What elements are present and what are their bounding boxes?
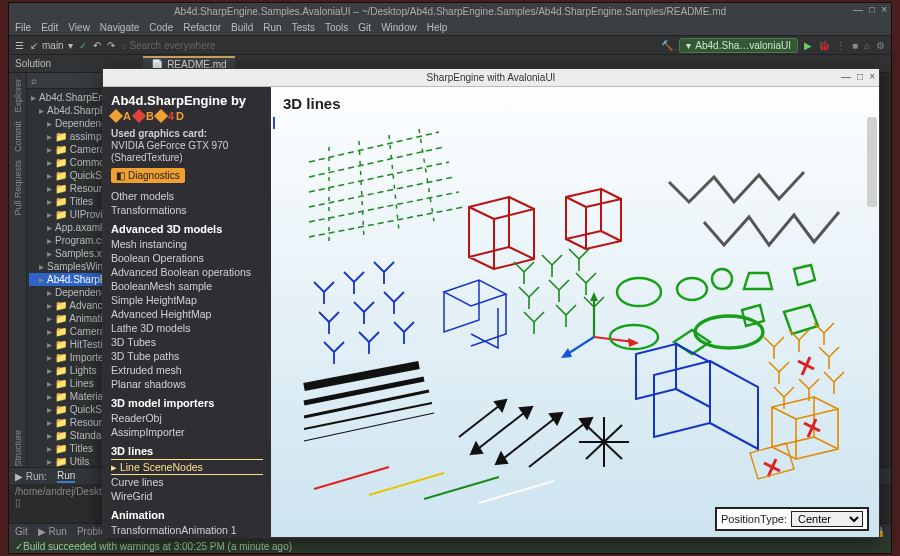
run-icon[interactable]: ▶ — [804, 40, 812, 51]
nav-item[interactable]: AssimpImporter — [111, 425, 263, 439]
svg-line-31 — [304, 391, 429, 417]
gpu-label: Used graphics card: — [111, 128, 207, 139]
menu-tests[interactable]: Tests — [292, 22, 315, 33]
nav-item[interactable]: Other models — [111, 189, 263, 203]
sync-icon[interactable]: ✓ — [79, 40, 87, 51]
gear-icon[interactable]: ⚙ — [876, 40, 885, 51]
menu-git[interactable]: Git — [358, 22, 371, 33]
more-icon[interactable]: ⋮ — [836, 40, 846, 51]
svg-marker-41 — [496, 453, 507, 464]
check-icon: ✓ — [15, 541, 23, 552]
svg-marker-35 — [495, 400, 506, 411]
svg-line-15 — [594, 337, 634, 342]
menu-help[interactable]: Help — [427, 22, 448, 33]
status-run[interactable]: ▶ Run — [38, 526, 67, 537]
engine-title: Ab4d.SharpEngine by — [111, 93, 263, 108]
viewport-scrollbar[interactable] — [867, 117, 877, 207]
nav-item[interactable]: Extruded mesh — [111, 363, 263, 377]
search-icon[interactable]: ⌕ — [864, 40, 870, 51]
build-message-bar: ✓ Build succeeded with warnings at 3:00:… — [9, 539, 891, 553]
nav-item[interactable]: BooleanMesh sample — [111, 279, 263, 293]
sample-window: SharpEngine with AvaloniaUI — □ × Ab4d.S… — [102, 68, 880, 538]
menu-code[interactable]: Code — [149, 22, 173, 33]
ide-title-text: Ab4d.SharpEngine.Samples.AvaloniaUI – ~/… — [174, 6, 726, 17]
maximize-icon[interactable]: □ — [869, 4, 875, 15]
nav-item[interactable]: Mesh instancing — [111, 237, 263, 251]
svg-marker-26 — [742, 305, 764, 326]
debug-icon[interactable]: 🐞 — [818, 40, 830, 51]
svg-line-57 — [424, 477, 499, 499]
nav-item[interactable]: ReaderObj — [111, 411, 263, 425]
nav-item[interactable]: 3D Tubes — [111, 335, 263, 349]
svg-point-24 — [712, 269, 732, 289]
child-maximize-icon[interactable]: □ — [857, 71, 863, 82]
status-git[interactable]: Git — [15, 526, 28, 537]
close-icon[interactable]: × — [881, 4, 887, 15]
menu-tools[interactable]: Tools — [325, 22, 348, 33]
child-minimize-icon[interactable]: — — [841, 71, 851, 82]
position-type-select[interactable]: Center — [791, 511, 863, 527]
svg-marker-25 — [744, 273, 772, 289]
gpu-value: NVIDIA GeForce GTX 970 (SharedTexture) — [111, 140, 228, 163]
gutter-structure[interactable]: Structure — [13, 430, 23, 467]
nav-item[interactable]: 3D Tube paths — [111, 349, 263, 363]
svg-line-42 — [529, 420, 589, 467]
hamburger-icon[interactable]: ☰ — [15, 40, 24, 51]
svg-line-4 — [309, 192, 459, 222]
undo-icon[interactable]: ↶ — [93, 40, 101, 51]
nav-section: Animation — [111, 509, 263, 521]
svg-line-56 — [369, 473, 444, 495]
svg-line-39 — [499, 415, 559, 462]
gutter-pull-requests[interactable]: Pull Requests — [13, 160, 23, 216]
stop-icon[interactable]: ■ — [852, 40, 858, 51]
svg-marker-40 — [550, 413, 562, 424]
diagnostics-button[interactable]: ◧ Diagnostics — [111, 168, 185, 183]
svg-line-55 — [314, 467, 389, 489]
git-branch[interactable]: ↙ main ▾ — [30, 40, 73, 51]
nav-item[interactable]: WireGrid — [111, 489, 263, 503]
nav-item[interactable]: Transformations — [111, 203, 263, 217]
nav-item[interactable]: Curve lines — [111, 475, 263, 489]
menu-view[interactable]: View — [68, 22, 90, 33]
nav-item[interactable]: Simple HeightMap — [111, 293, 263, 307]
position-type-label: PositionType: — [721, 513, 787, 525]
nav-item[interactable]: Boolean Operations — [111, 251, 263, 265]
svg-marker-38 — [471, 443, 482, 454]
nav-item[interactable]: Advanced HeightMap — [111, 307, 263, 321]
run-tab-active[interactable]: Run — [57, 470, 75, 483]
redo-icon[interactable]: ↷ — [107, 40, 115, 51]
menu-refactor[interactable]: Refactor — [183, 22, 221, 33]
search-everywhere[interactable]: ⌕ Search everywhere — [121, 40, 656, 51]
svg-line-34 — [459, 402, 504, 437]
nav-item[interactable]: Line SceneNodes — [111, 459, 263, 475]
child-close-icon[interactable]: × — [869, 71, 875, 82]
left-gutter: Explorer Commit Pull Requests Structure — [9, 73, 27, 467]
menu-file[interactable]: File — [15, 22, 31, 33]
nav-item[interactable]: Planar shadows — [111, 377, 263, 391]
sample-viewport[interactable]: 3D lines — [271, 87, 879, 537]
svg-line-7 — [359, 141, 364, 239]
nav-item[interactable]: TransformationAnimation 1 — [111, 523, 263, 537]
toolbar: ☰ ↙ main ▾ ✓ ↶ ↷ ⌕ Search everywhere 🔨 ▾… — [9, 35, 891, 55]
menu-window[interactable]: Window — [381, 22, 417, 33]
run-config-selector[interactable]: ▾ Ab4d.Sha…valoniaUI — [679, 38, 798, 53]
svg-marker-27 — [794, 265, 815, 285]
minimize-icon[interactable]: — — [853, 4, 863, 15]
svg-point-23 — [677, 278, 707, 300]
gutter-explorer[interactable]: Explorer — [13, 79, 23, 113]
breadcrumb-solution[interactable]: Solution — [15, 58, 51, 69]
gutter-commit[interactable]: Commit — [13, 121, 23, 152]
run-tab-label[interactable]: ▶ Run: — [15, 471, 47, 482]
menu-navigate[interactable]: Navigate — [100, 22, 139, 33]
ab4d-logo: A B 4 D — [111, 110, 263, 122]
build-icon[interactable]: 🔨 — [661, 40, 673, 51]
nav-item[interactable]: Lathe 3D models — [111, 321, 263, 335]
menu-edit[interactable]: Edit — [41, 22, 58, 33]
nav-item[interactable]: Advanced Boolean operations — [111, 265, 263, 279]
svg-line-32 — [304, 403, 432, 429]
nav-section: 3D model importers — [111, 397, 263, 409]
nav-section: Advanced 3D models — [111, 223, 263, 235]
svg-line-33 — [304, 413, 434, 441]
menu-run[interactable]: Run — [263, 22, 281, 33]
menu-build[interactable]: Build — [231, 22, 253, 33]
